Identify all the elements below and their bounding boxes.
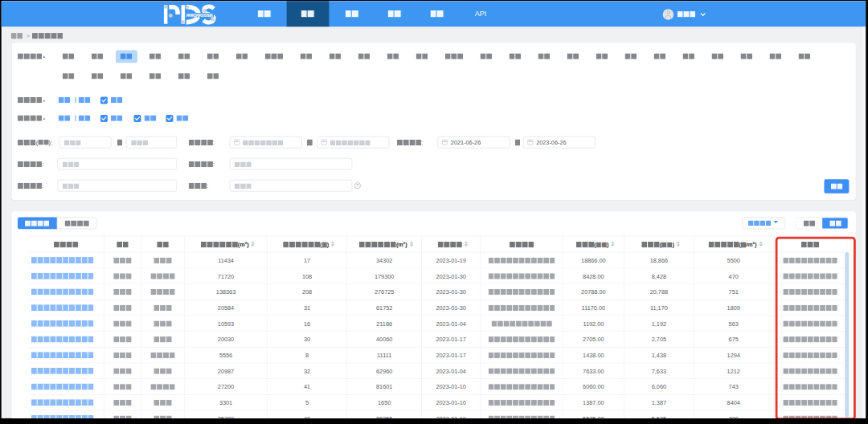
svg-text:PARK DATA SYSTEM: PARK DATA SYSTEM xyxy=(186,14,213,18)
